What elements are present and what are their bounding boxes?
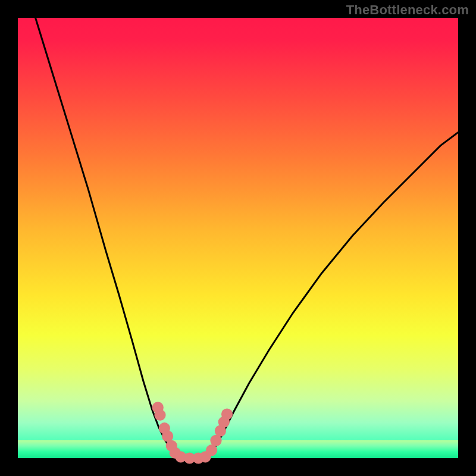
watermark-text: TheBottleneck.com [346,2,469,18]
data-marker [210,435,221,446]
left-branch-curve [36,18,180,458]
data-marker [206,444,217,456]
right-branch-curve [207,132,458,458]
chart-frame: TheBottleneck.com [0,0,476,476]
data-marker [154,409,165,421]
data-marker [221,408,233,419]
plot-area [18,18,458,458]
marker-group [152,402,233,464]
curve-layer [18,18,458,458]
